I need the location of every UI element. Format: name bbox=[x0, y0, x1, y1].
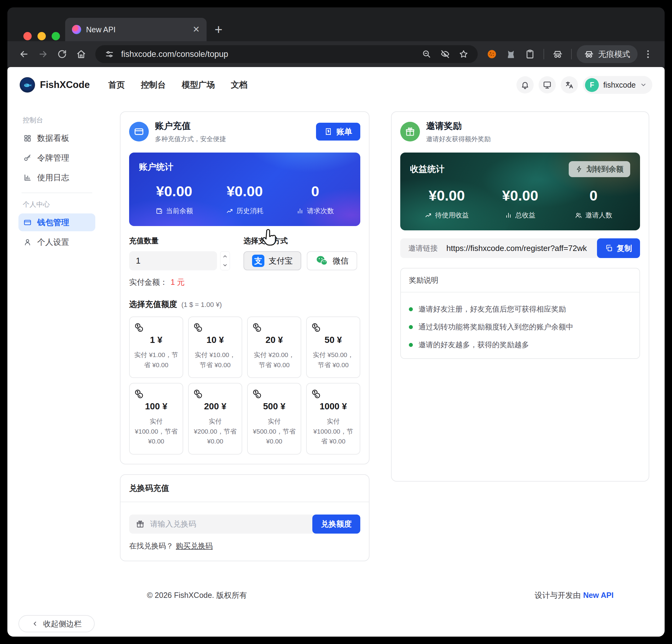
profile-incognito-icon[interactable] bbox=[549, 46, 566, 63]
preset-grid: 1 ¥ 实付 ¥1.00，节省 ¥0.00 10 ¥ 实付 ¥10.00，节省 … bbox=[129, 317, 360, 455]
collapse-sidebar-button[interactable]: 收起侧边栏 bbox=[19, 615, 95, 632]
fullscreen-window-button[interactable] bbox=[52, 32, 60, 40]
bill-button-label: 账单 bbox=[336, 127, 352, 137]
copy-icon bbox=[605, 244, 613, 252]
page-footer: © 2026 FishXCode. 版权所有 设计与开发由New API bbox=[147, 590, 614, 600]
forward-icon[interactable] bbox=[34, 46, 52, 63]
redeem-code-input[interactable] bbox=[149, 519, 308, 529]
browser-tab[interactable]: New API ✕ bbox=[65, 18, 207, 41]
tab-strip: New API ✕ + bbox=[8, 8, 664, 41]
reload-icon[interactable] bbox=[53, 46, 71, 63]
preset-card-100[interactable]: 100 ¥ 实付 ¥100.00，节省 ¥0.00 bbox=[129, 383, 183, 455]
site-settings-icon[interactable] bbox=[103, 47, 116, 61]
transfer-to-balance-button[interactable]: 划转到余额 bbox=[569, 161, 630, 177]
preset-card-20[interactable]: 20 ¥ 实付 ¥20.00，节省 ¥0.00 bbox=[247, 317, 301, 378]
browser-menu-icon[interactable] bbox=[639, 46, 657, 63]
credit-prefix: 设计与开发由 bbox=[535, 591, 581, 599]
back-icon[interactable] bbox=[15, 46, 33, 63]
stat-value: 0 bbox=[280, 183, 350, 200]
redeem-button[interactable]: 兑换额度 bbox=[312, 514, 360, 534]
stat-value: ¥0.00 bbox=[410, 187, 483, 204]
coins-icon bbox=[311, 389, 321, 399]
display-mode-button[interactable] bbox=[539, 76, 556, 94]
alipay-label: 支付宝 bbox=[269, 255, 293, 266]
home-icon[interactable] bbox=[73, 46, 90, 63]
brand-name[interactable]: FishXCode bbox=[40, 79, 90, 91]
address-bar[interactable]: fishxcode.com/console/topup bbox=[95, 45, 478, 63]
wechat-icon bbox=[315, 254, 328, 267]
zoom-out-icon[interactable] bbox=[420, 47, 433, 61]
credit-link[interactable]: New API bbox=[583, 591, 614, 599]
stepper-up-icon[interactable] bbox=[223, 254, 227, 259]
amount-due-label: 实付金额： bbox=[129, 278, 168, 286]
preset-card-1[interactable]: 1 ¥ 实付 ¥1.00，节省 ¥0.00 bbox=[129, 317, 183, 378]
sidebar-item-logs[interactable]: 使用日志 bbox=[19, 168, 95, 186]
sidebar-item-label: 数据看板 bbox=[37, 133, 69, 144]
bar-chart-icon bbox=[296, 207, 304, 215]
minimize-window-button[interactable] bbox=[37, 32, 46, 40]
stat-total-earnings: ¥0.00 总收益 bbox=[483, 187, 557, 220]
nav-model-plaza[interactable]: 模型广场 bbox=[182, 79, 215, 91]
redeem-hint-text: 在找兑换码？ bbox=[129, 541, 173, 550]
cookie-extension-icon[interactable] bbox=[483, 46, 501, 63]
nav-home[interactable]: 首页 bbox=[108, 79, 125, 91]
quantity-input[interactable] bbox=[129, 251, 217, 270]
coins-icon bbox=[193, 389, 203, 399]
incognito-badge[interactable]: 无痕模式 bbox=[577, 45, 638, 63]
sidebar-section-console: 控制台 bbox=[23, 116, 95, 125]
eye-off-icon[interactable] bbox=[439, 47, 452, 61]
toolbar-divider bbox=[543, 49, 544, 59]
clipboard-extension-icon[interactable] bbox=[521, 46, 539, 63]
preset-card-10[interactable]: 10 ¥ 实付 ¥10.00，节省 ¥0.00 bbox=[188, 317, 242, 378]
sidebar: 控制台 数据看板 令牌管理 使用日志 个人中心 bbox=[19, 111, 95, 636]
topup-card-header: 账户充值 多种充值方式，安全便捷 账单 bbox=[120, 112, 369, 151]
trend-up-icon bbox=[424, 212, 432, 219]
redeem-input-bar: 兑换额度 bbox=[129, 514, 360, 534]
cat-extension-icon[interactable] bbox=[502, 46, 519, 63]
user-menu[interactable]: F fishxcode bbox=[583, 76, 652, 94]
preset-card-500[interactable]: 500 ¥ 实付 ¥500.00，节省 ¥0.00 bbox=[247, 383, 301, 455]
main-nav: 首页 控制台 模型广场 文档 bbox=[108, 79, 248, 91]
sidebar-item-tokens[interactable]: 令牌管理 bbox=[19, 149, 95, 167]
preset-desc: 实付 ¥200.00，节省 ¥0.00 bbox=[193, 416, 237, 446]
notifications-button[interactable] bbox=[516, 76, 534, 94]
brand-logo-icon[interactable] bbox=[20, 77, 35, 93]
preset-card-1000[interactable]: 1000 ¥ 实付 ¥1000.00，节省 ¥0.00 bbox=[306, 383, 360, 455]
tab-close-icon[interactable]: ✕ bbox=[193, 25, 200, 34]
sidebar-item-label: 钱包管理 bbox=[37, 217, 69, 228]
tab-title: New API bbox=[86, 25, 116, 34]
preset-card-200[interactable]: 200 ¥ 实付 ¥200.00，节省 ¥0.00 bbox=[188, 383, 242, 455]
dashboard-grid-icon bbox=[23, 134, 32, 142]
nav-docs[interactable]: 文档 bbox=[231, 79, 248, 91]
coins-icon bbox=[193, 323, 203, 332]
url-text[interactable]: fishxcode.com/console/topup bbox=[121, 49, 415, 59]
earnings-stats-panel: 收益统计 划转到余额 ¥0.00 bbox=[400, 153, 640, 230]
sidebar-item-label: 使用日志 bbox=[37, 172, 69, 183]
buy-code-link[interactable]: 购买兑换码 bbox=[176, 541, 213, 550]
sidebar-item-dashboard[interactable]: 数据看板 bbox=[19, 129, 95, 147]
stat-current-balance: ¥0.00 当前余额 bbox=[139, 183, 209, 216]
alipay-button[interactable]: 支 支付宝 bbox=[243, 251, 301, 270]
sidebar-item-settings[interactable]: 个人设置 bbox=[19, 233, 95, 251]
wechat-button[interactable]: 微信 bbox=[307, 251, 357, 270]
main-column: 账户充值 多种充值方式，安全便捷 账单 账户统计 bbox=[120, 111, 370, 636]
invite-link-url[interactable]: https://fishxcode.com/register?aff=72wk bbox=[446, 243, 587, 253]
invite-link-bar: 邀请链接 https://fishxcode.com/register?aff=… bbox=[400, 238, 640, 258]
bookmark-star-icon[interactable] bbox=[457, 47, 470, 61]
language-button[interactable] bbox=[561, 76, 578, 94]
bill-button[interactable]: 账单 bbox=[316, 123, 360, 141]
stepper-down-icon[interactable] bbox=[223, 263, 227, 267]
rule-text: 邀请的好友越多，获得的奖励越多 bbox=[418, 340, 529, 350]
preset-desc: 实付 ¥1000.00，节省 ¥0.00 bbox=[311, 416, 355, 446]
preset-card-50[interactable]: 50 ¥ 实付 ¥50.00，节省 ¥0.00 bbox=[306, 317, 360, 378]
new-tab-button[interactable]: + bbox=[215, 23, 223, 36]
stat-value: ¥0.00 bbox=[209, 183, 280, 200]
preset-desc: 实付 ¥500.00，节省 ¥0.00 bbox=[252, 416, 296, 446]
nav-console[interactable]: 控制台 bbox=[141, 79, 166, 91]
copy-link-button[interactable]: 复制 bbox=[597, 238, 640, 258]
bullet-dot bbox=[409, 325, 413, 329]
close-window-button[interactable] bbox=[23, 32, 32, 40]
sidebar-item-wallet[interactable]: 钱包管理 bbox=[19, 213, 95, 231]
toolbar-divider bbox=[571, 49, 572, 59]
quantity-stepper[interactable] bbox=[220, 251, 230, 270]
